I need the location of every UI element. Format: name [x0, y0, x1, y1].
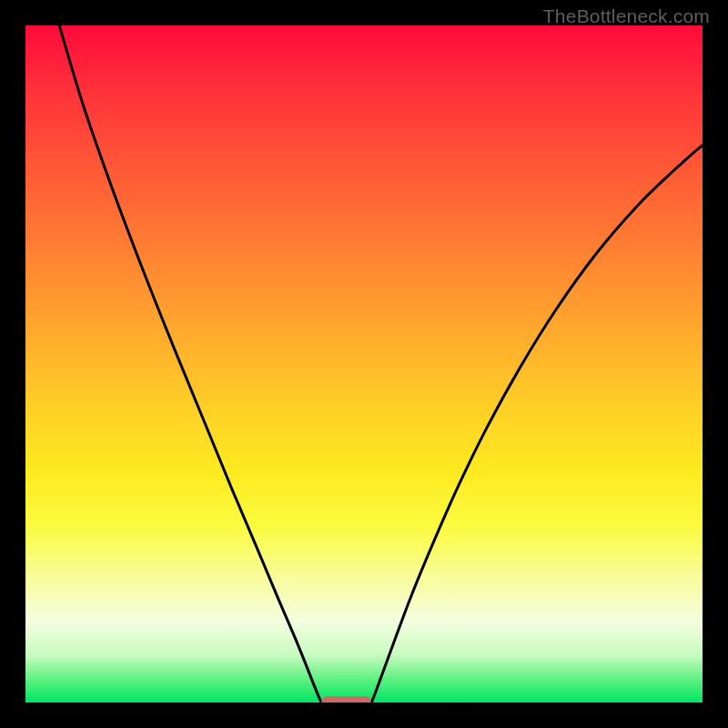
curve-right: [371, 146, 703, 703]
curve-layer: [25, 25, 703, 703]
bottleneck-marker: [321, 696, 371, 703]
curve-left: [59, 25, 321, 703]
plot-area: [25, 25, 703, 703]
chart-frame: TheBottleneck.com: [0, 0, 728, 728]
watermark-text: TheBottleneck.com: [543, 5, 710, 27]
